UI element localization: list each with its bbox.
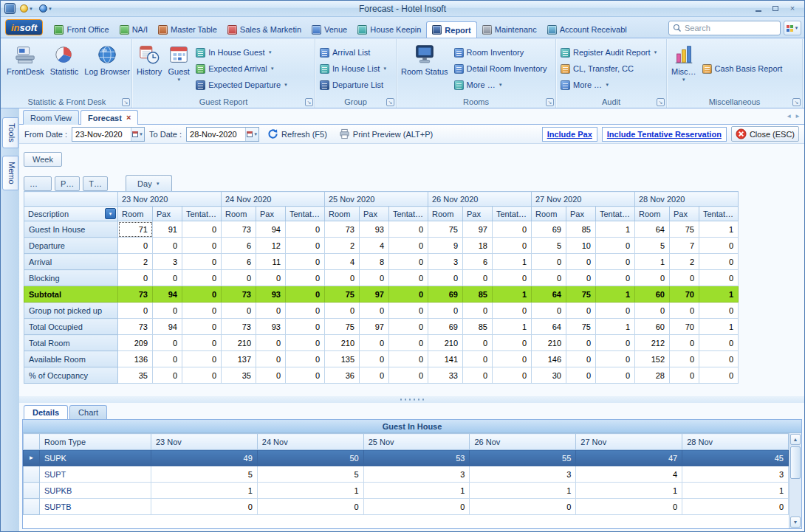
grid-cell[interactable]: 73 (118, 319, 153, 335)
grid-cell[interactable]: 1 (635, 254, 670, 270)
date-column-header[interactable]: 28 Nov 2020 (635, 192, 739, 207)
more-audit-button[interactable]: More …▼ (558, 77, 661, 93)
grid-cell[interactable]: 0 (389, 351, 428, 367)
print-preview-button[interactable]: Print Preview (ALT+P) (335, 126, 436, 142)
expected-departure-button[interactable]: Expected Departure▼ (193, 77, 291, 93)
row-label[interactable]: Group not picked up (24, 303, 118, 319)
date-column-header[interactable]: 26 Nov 2020 (428, 192, 532, 207)
include-tentative-link[interactable]: Include Tentative Reservation (602, 127, 727, 142)
grid-cell[interactable]: 0 (596, 367, 635, 384)
details-cell[interactable]: 0 (682, 499, 789, 515)
grid-cell[interactable]: 1 (493, 319, 532, 335)
grid-cell[interactable]: 0 (153, 270, 182, 286)
grid-cell[interactable]: 0 (222, 270, 256, 286)
grid-cell[interactable]: 0 (389, 367, 428, 384)
grid-cell[interactable]: 0 (118, 238, 153, 254)
frontdesk-button[interactable]: FrontDesk (4, 41, 47, 97)
splitter-handle[interactable] (19, 396, 804, 403)
sub-column-header[interactable]: Pax (566, 207, 596, 221)
grid-cell[interactable]: 0 (428, 303, 463, 319)
grid-cell[interactable]: 0 (463, 367, 493, 384)
arrival-list-button[interactable]: Arrival List (317, 44, 390, 61)
grid-cell[interactable]: 6 (222, 238, 256, 254)
sub-column-header[interactable]: Room (118, 207, 153, 221)
grid-cell[interactable]: 73 (118, 286, 153, 303)
sub-column-header[interactable]: Room (532, 207, 566, 221)
grid-cell[interactable]: 0 (596, 254, 635, 270)
tab-scroll-right-icon[interactable]: ► (795, 113, 801, 120)
scroll-down-icon[interactable]: ▼ (790, 517, 801, 528)
date-column-header[interactable]: 23 Nov 2020 (118, 192, 222, 207)
grid-cell[interactable]: 0 (360, 351, 389, 367)
details-cell[interactable]: 50 (257, 450, 363, 466)
chart-tab[interactable]: Chart (69, 405, 107, 419)
sub-column-header[interactable]: Tentat… (286, 207, 325, 221)
quick-access-button-1[interactable]: ▼ (18, 4, 35, 13)
row-label[interactable]: Available Room (24, 351, 118, 367)
grid-cell[interactable]: 60 (635, 286, 670, 303)
details-cell[interactable]: 0 (576, 499, 682, 515)
grid-cell[interactable]: 4 (360, 238, 389, 254)
grid-cell[interactable]: 35 (222, 367, 256, 384)
grid-cell[interactable]: 136 (118, 351, 153, 367)
grid-cell[interactable]: 73 (222, 319, 256, 335)
dialog-launcher-icon[interactable]: ↘ (122, 98, 130, 106)
grid-cell[interactable]: 141 (428, 351, 463, 367)
tab-master-table[interactable]: Master Table (153, 21, 222, 38)
grid-cell[interactable]: 0 (670, 367, 699, 384)
grid-cell[interactable]: 4 (325, 254, 360, 270)
grid-cell[interactable]: 0 (389, 319, 428, 335)
grid-cell[interactable]: 0 (153, 335, 182, 351)
detail-room-inventory-button[interactable]: Detail Room Inventory (451, 61, 550, 77)
details-cell[interactable]: 55 (470, 450, 576, 466)
guest-button[interactable]: Guest ▼ (165, 41, 193, 97)
grid-cell[interactable]: 0 (256, 270, 286, 286)
tab-account-receivable[interactable]: Account Receivabl (542, 21, 632, 38)
grid-cell[interactable]: 10 (566, 238, 596, 254)
cash-basis-report-button[interactable]: Cash Basis Report (699, 61, 786, 77)
grid-cell[interactable]: 8 (360, 254, 389, 270)
grid-cell[interactable]: 0 (182, 319, 222, 335)
row-label[interactable]: Arrival (24, 254, 118, 270)
grid-cell[interactable]: 212 (635, 335, 670, 351)
grid-cell[interactable]: 209 (118, 335, 153, 351)
grid-cell[interactable]: 0 (699, 254, 739, 270)
grid-cell[interactable]: 1 (596, 319, 635, 335)
room-status-button[interactable]: Room Status (398, 41, 451, 97)
dialog-launcher-icon[interactable]: ↘ (305, 98, 313, 106)
grid-cell[interactable]: 75 (566, 319, 596, 335)
grid-cell[interactable]: 0 (532, 303, 566, 319)
to-date-dropdown-button[interactable]: ▼ (245, 128, 258, 141)
grid-cell[interactable]: 93 (256, 286, 286, 303)
to-date-input[interactable]: 28-Nov-2020 ▼ (186, 127, 259, 142)
grid-cell[interactable]: 0 (325, 270, 360, 286)
statistic-button[interactable]: Statistic (47, 41, 82, 97)
grid-cell[interactable]: 210 (428, 335, 463, 351)
grid-cell[interactable]: 69 (428, 286, 463, 303)
details-cell[interactable]: 1 (682, 483, 789, 499)
grid-cell[interactable]: 0 (153, 351, 182, 367)
grid-cell[interactable]: 0 (389, 238, 428, 254)
grid-cell[interactable]: 85 (463, 286, 493, 303)
grid-cell[interactable]: 0 (596, 303, 635, 319)
sub-column-header[interactable]: Room (222, 207, 256, 221)
details-cell[interactable]: 3 (470, 466, 576, 483)
grid-cell[interactable]: 0 (532, 270, 566, 286)
grid-cell[interactable]: 0 (286, 319, 325, 335)
sub-column-header[interactable]: Pax (463, 207, 493, 221)
scroll-up-icon[interactable]: ▲ (790, 434, 801, 445)
grid-cell[interactable]: 97 (360, 319, 389, 335)
details-column-header[interactable]: 24 Nov (257, 434, 363, 450)
tab-maintenance[interactable]: Maintenanc (477, 21, 542, 38)
grid-cell[interactable]: 33 (428, 367, 463, 384)
grid-cell[interactable]: 3 (153, 254, 182, 270)
details-column-header[interactable]: Room Type (40, 434, 151, 450)
grid-cell[interactable]: 0 (182, 351, 222, 367)
grid-cell[interactable]: 0 (566, 335, 596, 351)
app-icon[interactable] (4, 3, 16, 14)
in-house-guest-button[interactable]: In House Guest▼ (193, 44, 291, 61)
grid-cell[interactable]: 0 (222, 303, 256, 319)
tab-report[interactable]: Report (426, 21, 476, 38)
sub-column-header[interactable]: Pax (670, 207, 699, 221)
grid-cell[interactable]: 97 (463, 221, 493, 238)
